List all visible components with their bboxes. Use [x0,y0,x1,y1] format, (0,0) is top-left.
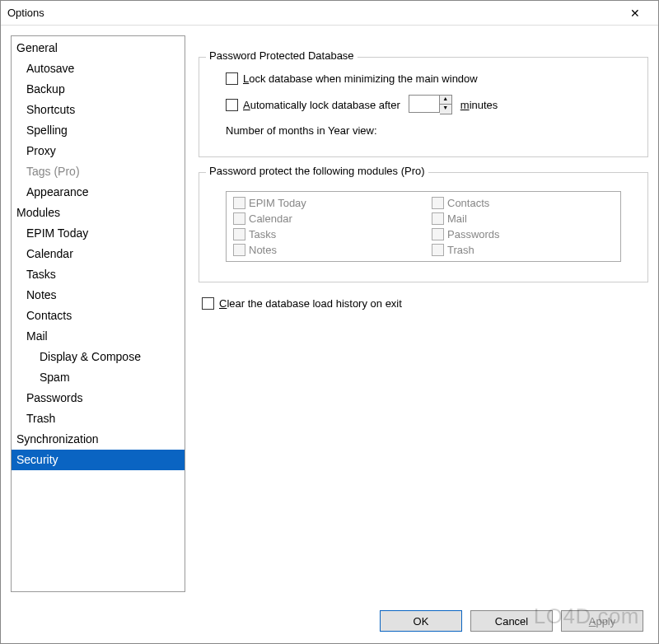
tree-item-spelling[interactable]: Spelling [12,120,185,141]
module-checkbox [432,244,444,256]
titlebar: Options ✕ [1,1,658,26]
tree-item-display-compose[interactable]: Display & Compose [12,347,185,367]
spinner-up-icon[interactable]: ▲ [440,96,451,105]
module-mail: Mail [432,212,614,225]
module-label: Calendar [249,212,292,225]
module-checkbox [233,228,245,240]
module-checkbox [233,212,245,225]
tree-item-notes[interactable]: Notes [12,285,185,306]
module-checkbox [432,228,444,240]
tree-item-tasks[interactable]: Tasks [12,264,185,285]
password-db-group: Password Protected Database Lock databas… [199,57,648,157]
module-tasks: Tasks [233,228,415,240]
category-tree[interactable]: GeneralAutosaveBackupShortcutsSpellingPr… [11,35,185,592]
lock-minimize-row: Lock database when minimizing the main w… [216,72,631,85]
tree-item-synchronization[interactable]: Synchronization [12,429,185,450]
tree-item-shortcuts[interactable]: Shortcuts [12,100,185,120]
protect-modules-title: Password protect the following modules (… [206,165,428,177]
clear-history-checkbox[interactable] [202,297,214,310]
module-label: EPIM Today [249,197,306,209]
minutes-label: minutes [460,99,498,111]
module-passwords: Passwords [432,228,614,240]
cancel-button[interactable]: Cancel [470,610,553,632]
module-label: Tasks [249,228,276,240]
tree-item-passwords[interactable]: Passwords [12,388,185,408]
autolock-spinner: ▲ ▼ [409,95,452,114]
tree-item-autosave[interactable]: Autosave [12,58,185,79]
autolock-minutes-input[interactable] [409,95,440,113]
tree-item-epim-today[interactable]: EPIM Today [12,223,185,244]
spinner-down-icon[interactable]: ▼ [440,105,451,114]
tree-item-appearance[interactable]: Appearance [12,182,185,203]
tree-item-modules[interactable]: Modules [12,203,185,223]
module-checkbox [233,244,245,256]
autolock-label[interactable]: Automatically lock database after [243,99,400,111]
modules-grid: EPIM TodayContactsCalendarMailTasksPassw… [226,191,621,262]
tree-item-contacts[interactable]: Contacts [12,306,185,326]
module-calendar: Calendar [233,212,415,225]
tree-item-calendar[interactable]: Calendar [12,244,185,264]
module-notes: Notes [233,244,415,256]
module-trash: Trash [432,244,614,256]
module-epim-today: EPIM Today [233,197,415,209]
months-row: Number of months in Year view: [216,124,631,137]
autolock-row: Automatically lock database after ▲ ▼ mi… [216,95,631,114]
lock-minimize-checkbox[interactable] [226,72,238,85]
tree-item-mail[interactable]: Mail [12,326,185,347]
spinner-buttons: ▲ ▼ [440,95,452,114]
settings-panel: Password Protected Database Lock databas… [199,35,648,592]
tree-item-backup[interactable]: Backup [12,79,185,100]
dialog-body: GeneralAutosaveBackupShortcutsSpellingPr… [1,26,658,602]
password-db-title: Password Protected Database [206,49,358,62]
clear-history-row: Clear the database load history on exit [199,297,648,310]
tree-item-general[interactable]: General [12,38,185,58]
tree-item-proxy[interactable]: Proxy [12,141,185,161]
module-checkbox [432,197,444,209]
ok-button[interactable]: OK [380,610,462,632]
tree-item-tags-pro-[interactable]: Tags (Pro) [12,161,185,182]
dialog-buttons: OK Cancel Apply [1,602,658,643]
options-window: Options ✕ GeneralAutosaveBackupShortcuts… [0,0,659,644]
module-checkbox [432,212,444,225]
protect-modules-group: Password protect the following modules (… [199,172,648,282]
module-contacts: Contacts [432,197,614,209]
module-label: Trash [447,244,474,256]
lock-minimize-label[interactable]: Lock database when minimizing the main w… [243,72,478,85]
module-label: Contacts [447,197,489,209]
tree-item-security[interactable]: Security [12,450,185,470]
module-checkbox [233,197,245,209]
module-label: Notes [249,244,277,256]
module-label: Passwords [447,228,500,240]
apply-button[interactable]: Apply [561,610,643,632]
close-icon: ✕ [630,7,640,20]
close-button[interactable]: ✕ [619,2,652,24]
autolock-checkbox[interactable] [226,99,238,111]
clear-history-label[interactable]: Clear the database load history on exit [219,297,402,310]
window-title: Options [7,7,44,19]
months-label: Number of months in Year view: [226,124,377,137]
module-label: Mail [447,212,467,225]
tree-item-trash[interactable]: Trash [12,408,185,429]
tree-item-spam[interactable]: Spam [12,367,185,388]
